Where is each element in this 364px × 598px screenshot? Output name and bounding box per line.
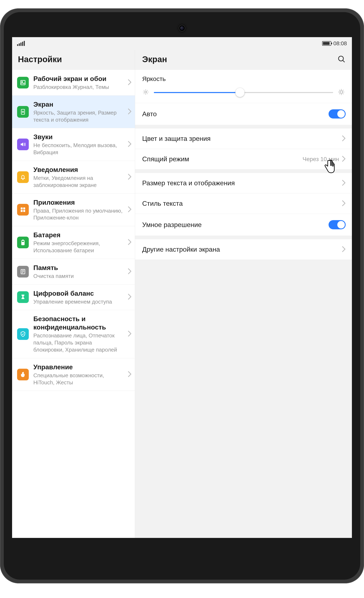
sidebar-item-sub: Очистка памяти bbox=[33, 273, 123, 280]
row-label: Спящий режим bbox=[142, 155, 189, 163]
apps-icon bbox=[17, 204, 29, 216]
row-label: Стиль текста bbox=[142, 200, 183, 208]
svg-rect-4 bbox=[21, 208, 23, 209]
svg-rect-2 bbox=[21, 109, 24, 114]
toggle-switch[interactable] bbox=[329, 220, 346, 229]
sidebar-item-hand[interactable]: УправлениеСпециальные возможности, HiTou… bbox=[12, 358, 135, 391]
sidebar-item-apps[interactable]: ПриложенияПрава, Приложения по умолчанию… bbox=[12, 194, 135, 226]
sidebar-item-title: Уведомления bbox=[33, 166, 123, 174]
sidebar-item-title: Батарея bbox=[33, 231, 123, 239]
sidebar-item-sub: Управление временем доступа bbox=[33, 298, 123, 306]
sidebar-item-wallpaper[interactable]: Рабочий экран и обоиРазблокировка Журнал… bbox=[12, 70, 135, 96]
brightness-low-icon bbox=[142, 89, 149, 96]
row-label: Размер текста и отображения bbox=[142, 179, 235, 187]
status-bar: 08:08 bbox=[12, 37, 352, 50]
settings-group: Размер текста и отображенияСтиль текстаУ… bbox=[135, 173, 352, 236]
sidebar-item-title: Приложения bbox=[33, 198, 123, 207]
chevron-right-icon bbox=[128, 206, 131, 213]
sidebar-title: Настройки bbox=[18, 55, 129, 64]
sidebar-item-sub: Не беспокоить, Мелодия вызова, Вибрация bbox=[33, 142, 123, 156]
svg-rect-5 bbox=[23, 208, 25, 209]
svg-line-16 bbox=[343, 60, 345, 62]
settings-row[interactable]: Спящий режимЧерез 10 мин bbox=[135, 149, 352, 169]
settings-row[interactable]: Умное разрешение bbox=[135, 214, 352, 236]
svg-line-25 bbox=[147, 90, 148, 91]
settings-row[interactable]: Стиль текста bbox=[135, 193, 352, 214]
svg-point-15 bbox=[339, 56, 343, 61]
svg-point-1 bbox=[22, 81, 23, 82]
row-label: Умное разрешение bbox=[142, 221, 202, 229]
svg-line-23 bbox=[147, 93, 148, 94]
svg-line-22 bbox=[144, 90, 144, 91]
chevron-right-icon bbox=[128, 294, 131, 301]
bell-icon bbox=[17, 171, 29, 183]
search-button[interactable] bbox=[337, 55, 346, 64]
shield-icon bbox=[17, 328, 29, 340]
sidebar-item-battery[interactable]: БатареяРежим энергосбережения, Использов… bbox=[12, 226, 135, 259]
wallpaper-icon bbox=[17, 77, 29, 89]
chevron-right-icon bbox=[342, 135, 346, 142]
brightness-section: Яркость bbox=[135, 70, 352, 125]
sidebar-item-title: Безопасность и конфиденциальность bbox=[33, 315, 123, 331]
settings-sidebar: Настройки Рабочий экран и обоиРазблокиро… bbox=[12, 50, 135, 538]
chevron-right-icon bbox=[342, 180, 346, 187]
svg-line-33 bbox=[339, 93, 340, 94]
display-icon bbox=[17, 106, 29, 118]
sidebar-item-sub: Права, Приложения по умолчанию, Приложен… bbox=[33, 208, 123, 222]
front-camera bbox=[178, 25, 186, 32]
chevron-right-icon bbox=[128, 331, 131, 338]
sidebar-item-display[interactable]: ЭкранЯркость, Защита зрения, Размер текс… bbox=[12, 96, 135, 128]
svg-line-31 bbox=[339, 90, 340, 91]
battery-icon bbox=[322, 41, 331, 46]
brightness-label: Яркость bbox=[142, 75, 345, 83]
row-label: Цвет и защита зрения bbox=[142, 135, 210, 142]
auto-label: Авто bbox=[142, 110, 157, 118]
sidebar-list[interactable]: Рабочий экран и обоиРазблокировка Журнал… bbox=[12, 70, 135, 538]
chevron-right-icon bbox=[342, 156, 346, 163]
sidebar-item-bell[interactable]: УведомленияМетки, Уведомления на заблоки… bbox=[12, 161, 135, 194]
brightness-high-icon bbox=[338, 89, 345, 96]
svg-point-3 bbox=[22, 111, 24, 112]
sound-icon bbox=[17, 139, 29, 150]
sidebar-item-sub: Разблокировка Журнал, Темы bbox=[33, 84, 123, 91]
battery-icon bbox=[17, 237, 29, 248]
sidebar-item-title: Управление bbox=[33, 363, 123, 371]
sidebar-item-title: Память bbox=[33, 264, 123, 272]
sidebar-item-hourglass[interactable]: Цифровой балансУправление временем досту… bbox=[12, 285, 135, 310]
sidebar-item-title: Рабочий экран и обои bbox=[33, 75, 123, 83]
auto-brightness-toggle[interactable] bbox=[329, 109, 346, 118]
sidebar-item-sound[interactable]: ЗвукиНе беспокоить, Мелодия вызова, Вибр… bbox=[12, 128, 135, 161]
chevron-right-icon bbox=[128, 79, 131, 86]
row-value: Через 10 мин bbox=[302, 156, 339, 163]
sidebar-item-sub: Яркость, Защита зрения, Размер текста и … bbox=[33, 109, 123, 124]
sidebar-item-storage[interactable]: ПамятьОчистка памяти bbox=[12, 259, 135, 285]
auto-brightness-row[interactable]: Авто bbox=[135, 103, 352, 125]
sidebar-item-shield[interactable]: Безопасность и конфиденциальностьРаспозн… bbox=[12, 310, 135, 358]
settings-row[interactable]: Другие настройки экрана bbox=[135, 239, 352, 260]
settings-row[interactable]: Размер текста и отображения bbox=[135, 173, 352, 193]
svg-point-17 bbox=[145, 91, 147, 93]
svg-rect-10 bbox=[22, 242, 24, 245]
hourglass-icon bbox=[17, 291, 29, 303]
chevron-right-icon bbox=[128, 268, 131, 275]
chevron-right-icon bbox=[128, 239, 131, 246]
hand-icon bbox=[17, 369, 29, 380]
row-label: Другие настройки экрана bbox=[142, 246, 220, 253]
sidebar-item-sub: Метки, Уведомления на заблокированном эк… bbox=[33, 175, 123, 189]
chevron-right-icon bbox=[128, 141, 131, 148]
signal-icon bbox=[17, 41, 25, 46]
chevron-right-icon bbox=[128, 174, 131, 181]
sidebar-item-sub: Режим энергосбережения, Использование ба… bbox=[33, 240, 123, 254]
brightness-slider[interactable] bbox=[154, 88, 333, 97]
svg-line-34 bbox=[343, 90, 343, 91]
settings-group: Цвет и защита зренияСпящий режимЧерез 10… bbox=[135, 129, 352, 169]
detail-title: Экран bbox=[142, 55, 167, 64]
detail-pane: Экран Яркость bbox=[135, 50, 352, 538]
settings-row[interactable]: Цвет и защита зрения bbox=[135, 129, 352, 149]
svg-rect-6 bbox=[21, 210, 23, 212]
sidebar-item-title: Экран bbox=[33, 100, 123, 108]
chevron-right-icon bbox=[128, 108, 131, 115]
tablet-frame: 08:08 Настройки Рабочий экран и обоиРазб… bbox=[0, 8, 364, 583]
settings-group: Другие настройки экрана bbox=[135, 239, 352, 260]
sidebar-item-sub: Специальные возможности, HiTouch, Жесты bbox=[33, 372, 123, 386]
